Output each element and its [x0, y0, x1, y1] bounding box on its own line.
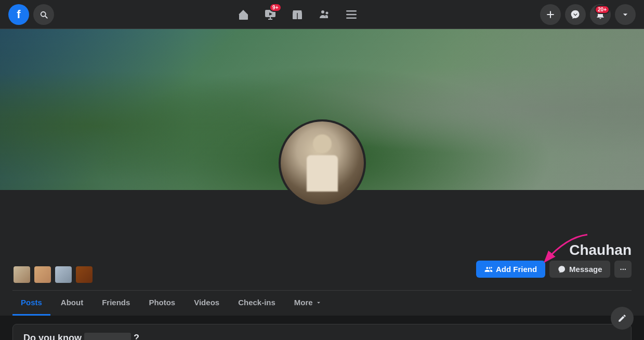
- know-card: Do you know _____ ? To see what she shar…: [12, 324, 632, 340]
- profile-info-bar: Chauhan: [0, 190, 644, 284]
- notifications-button[interactable]: 20+: [590, 4, 611, 25]
- page-content: Chauhan: [0, 29, 644, 340]
- friend-thumb-3[interactable]: [54, 265, 73, 284]
- profile-left: [12, 261, 94, 284]
- tab-posts[interactable]: Posts: [12, 291, 50, 316]
- create-button[interactable]: [540, 4, 561, 25]
- know-title: Do you know _____ ?: [23, 333, 226, 340]
- facebook-logo[interactable]: f: [8, 4, 29, 25]
- messenger-button[interactable]: [565, 4, 586, 25]
- profile-name: Chauhan: [569, 242, 632, 259]
- avatar-body: [307, 155, 338, 192]
- profile-picture-inner: [281, 121, 364, 205]
- notifications-badge: 20+: [595, 5, 610, 14]
- tab-photos[interactable]: Photos: [140, 291, 183, 316]
- svg-rect-9: [346, 13, 357, 15]
- friend-thumb-4[interactable]: [75, 265, 94, 284]
- nav-center: 9+: [58, 2, 536, 27]
- avatar-head: [313, 134, 332, 153]
- name-blank: _____: [84, 333, 131, 340]
- tab-checkins[interactable]: Check-ins: [230, 291, 284, 316]
- know-card-left: Do you know _____ ? To see what she shar…: [23, 333, 226, 340]
- watch-badge: 9+: [269, 3, 281, 12]
- svg-point-6: [321, 10, 324, 13]
- profile-tabs: Posts About Friends Photos Videos Check-…: [0, 291, 644, 316]
- tab-about[interactable]: About: [52, 291, 91, 316]
- marketplace-button[interactable]: [285, 2, 310, 27]
- svg-point-7: [325, 11, 328, 14]
- profile-actions: Add Friend Message ···: [476, 261, 632, 284]
- groups-button[interactable]: [312, 2, 337, 27]
- edit-fab[interactable]: [611, 307, 634, 330]
- watch-button[interactable]: 9+: [258, 2, 283, 27]
- tab-friends[interactable]: Friends: [94, 291, 138, 316]
- svg-rect-10: [346, 17, 357, 19]
- svg-rect-8: [346, 10, 357, 12]
- friend-thumbnails: [12, 265, 94, 284]
- menu-button[interactable]: [339, 2, 364, 27]
- account-button[interactable]: [615, 4, 636, 25]
- navbar: f 9+: [0, 0, 644, 29]
- tab-videos[interactable]: Videos: [186, 291, 228, 316]
- nav-right: 20+: [540, 4, 636, 25]
- avatar-silhouette: [301, 134, 343, 192]
- tab-more[interactable]: More: [286, 291, 331, 316]
- home-button[interactable]: [231, 2, 256, 27]
- more-options-button[interactable]: ···: [614, 261, 632, 278]
- friend-thumb-1[interactable]: [12, 265, 31, 284]
- search-button[interactable]: [33, 4, 54, 25]
- message-button[interactable]: Message: [549, 261, 610, 278]
- friend-thumb-2[interactable]: [33, 265, 52, 284]
- profile-picture[interactable]: [279, 119, 366, 207]
- add-friend-button[interactable]: Add Friend: [476, 261, 545, 278]
- profile-section: Chauhan: [0, 190, 644, 316]
